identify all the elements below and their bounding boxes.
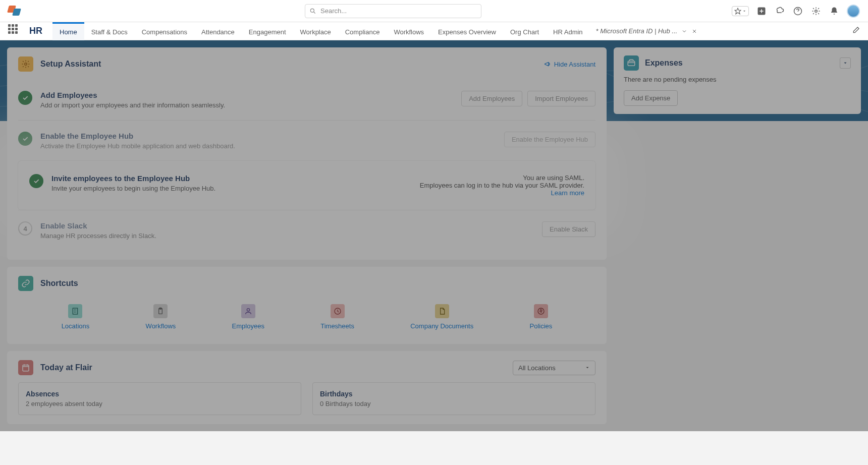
saml-line2: Employees can log in to the hub via your… <box>420 182 584 189</box>
shortcut-employees[interactable]: Employees <box>232 304 264 330</box>
nav-tab-expenses[interactable]: Expenses Overview <box>431 22 503 40</box>
hide-assistant-label: Hide Assistant <box>554 61 595 68</box>
enable-hub-button[interactable]: Enable the Employee Hub <box>504 132 595 147</box>
expenses-title: Expenses <box>645 59 683 68</box>
setup-assistant-card: Setup Assistant Hide Assistant Add Emplo… <box>7 47 607 260</box>
nav-tab-attendance[interactable]: Attendance <box>194 22 242 40</box>
setup-title: Setup Assistant <box>40 60 101 69</box>
chevron-down-icon <box>742 9 746 13</box>
shortcut-label: Workflows <box>146 322 176 330</box>
hide-assistant-link[interactable]: Hide Assistant <box>544 61 595 68</box>
gear-icon <box>21 60 30 69</box>
svg-rect-13 <box>23 365 29 371</box>
nav-tab-workplace[interactable]: Workplace <box>293 22 338 40</box>
global-search[interactable]: Search... <box>305 4 481 18</box>
shortcut-label: Company Documents <box>410 322 473 330</box>
add-expense-button[interactable]: Add Expense <box>624 90 678 106</box>
step-title: Enable Slack <box>40 221 534 230</box>
check-icon <box>18 132 32 146</box>
setup-step-add-employees: Add Employees Add or import your employe… <box>18 80 595 120</box>
nav-tab-orgchart[interactable]: Org Chart <box>503 22 546 40</box>
nav-extra-tab[interactable]: * Microsoft Entra ID | Hub ... <box>596 27 698 35</box>
nav-tab-compliance[interactable]: Compliance <box>338 22 387 40</box>
card-text: 0 Birthdays today <box>320 400 588 408</box>
clipboard-icon <box>153 304 168 318</box>
close-icon[interactable] <box>691 28 697 34</box>
location-dropdown[interactable]: All Locations <box>513 361 595 375</box>
nav-tab-compensations[interactable]: Compensations <box>135 22 194 40</box>
dropdown-value: All Locations <box>518 364 556 372</box>
import-employees-button[interactable]: Import Employees <box>527 91 595 106</box>
shortcut-workflows[interactable]: Workflows <box>146 304 176 330</box>
compass-icon <box>534 304 548 318</box>
edit-nav-button[interactable] <box>852 26 860 36</box>
shortcut-label: Policies <box>530 322 553 330</box>
today-card: Today at Flair All Locations Absences 2 … <box>7 351 607 424</box>
birthdays-card[interactable]: Birthdays 0 Birthdays today <box>312 382 595 415</box>
favorite-button[interactable] <box>732 6 749 16</box>
step-number: 4 <box>18 221 32 236</box>
add-employees-button[interactable]: Add Employees <box>461 91 522 106</box>
nav-tab-home[interactable]: Home <box>52 22 84 40</box>
nav-bar: HR Home Staff & Docs Compensations Atten… <box>0 22 868 40</box>
shortcut-documents[interactable]: Company Documents <box>410 304 473 330</box>
nav-extra-label: * Microsoft Entra ID | Hub ... <box>596 27 678 35</box>
settings-button[interactable] <box>810 6 822 17</box>
chevron-down-icon <box>843 61 848 66</box>
question-icon <box>793 7 802 16</box>
saml-line1: You are using SAML. <box>403 174 584 182</box>
link-icon <box>21 279 30 288</box>
enable-slack-button[interactable]: Enable Slack <box>542 221 595 237</box>
shortcut-label: Employees <box>232 322 264 330</box>
nav-tab-engagement[interactable]: Engagement <box>242 22 293 40</box>
help-button[interactable] <box>792 6 803 17</box>
user-avatar[interactable] <box>847 5 860 18</box>
today-title: Today at Flair <box>40 363 92 372</box>
building-icon <box>68 304 82 318</box>
search-icon <box>309 8 316 15</box>
step-desc: Activate the Employee Hub mobile applica… <box>40 142 496 150</box>
notifications-button[interactable] <box>829 6 840 17</box>
expenses-text: There are no pending expenses <box>624 76 851 83</box>
setup-step-enable-slack: 4 Enable Slack Manage HR processes direc… <box>18 210 595 251</box>
absences-card[interactable]: Absences 2 employees absent today <box>18 382 301 415</box>
salesforce-button[interactable] <box>774 6 785 17</box>
clock-icon <box>331 304 345 318</box>
svg-point-5 <box>815 10 818 12</box>
card-text: 2 employees absent today <box>26 400 294 408</box>
shortcut-timesheets[interactable]: Timesheets <box>320 304 354 330</box>
setup-step-invite-employees: Invite employees to the Employee Hub Inv… <box>18 161 595 210</box>
shortcuts-card: Shortcuts Locations Workflows Employees <box>7 267 607 344</box>
step-desc: Manage HR processes directly in Slack. <box>40 232 534 240</box>
expenses-menu[interactable] <box>840 57 851 69</box>
nav-tab-workflows[interactable]: Workflows <box>387 22 431 40</box>
card-heading: Absences <box>26 390 294 398</box>
add-button[interactable] <box>756 6 767 17</box>
card-heading: Birthdays <box>320 390 588 398</box>
shortcut-label: Locations <box>62 322 90 330</box>
step-title: Add Employees <box>40 91 453 99</box>
check-icon <box>29 174 43 188</box>
shortcut-policies[interactable]: Policies <box>530 304 553 330</box>
svg-point-10 <box>247 309 249 311</box>
svg-point-6 <box>25 63 27 66</box>
svg-rect-7 <box>73 308 78 314</box>
setup-icon <box>18 56 33 72</box>
document-icon <box>435 304 449 318</box>
learn-more-link[interactable]: Learn more <box>551 189 584 197</box>
pencil-icon <box>852 26 860 34</box>
shortcut-locations[interactable]: Locations <box>62 304 90 330</box>
chevron-down-icon <box>585 365 590 370</box>
person-icon <box>241 304 255 318</box>
check-icon <box>18 91 32 105</box>
step-desc: Add or import your employees and their i… <box>40 101 453 109</box>
nav-tab-staff[interactable]: Staff & Docs <box>84 22 135 40</box>
plus-icon <box>757 7 766 16</box>
app-launcher[interactable] <box>8 24 22 38</box>
nav-tab-hradmin[interactable]: HR Admin <box>546 22 590 40</box>
step-desc: Invite your employees to begin using the… <box>51 185 395 192</box>
top-bar: Search... <box>0 0 868 22</box>
gear-icon <box>811 7 821 16</box>
calendar-icon <box>18 360 33 375</box>
bell-icon <box>830 7 839 16</box>
